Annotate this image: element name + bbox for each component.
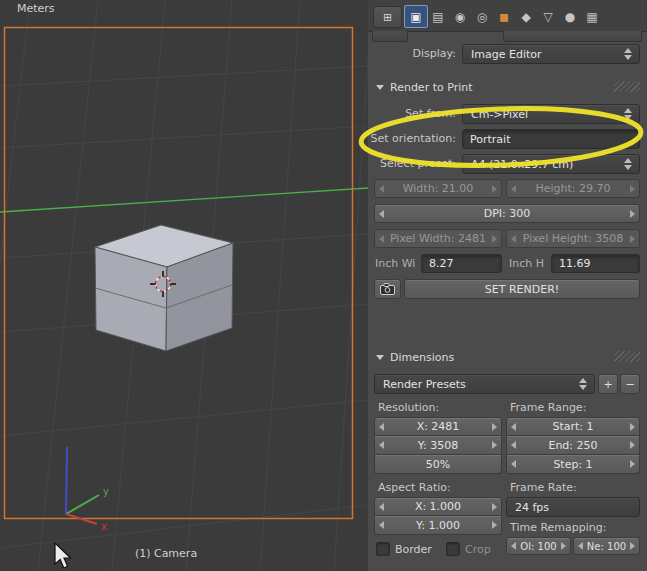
aspect-y-slider[interactable]: Y: 1.000 [374,516,502,535]
inch-width-value: 8.27 [429,257,454,270]
time-remapping-label: Time Remapping: [510,521,606,535]
dimensions-panel-header[interactable]: Dimensions [368,348,647,366]
decrement-arrow-icon[interactable] [511,423,516,431]
display-label: Display: [368,47,456,61]
print-width-value: Width: 21.00 [403,182,474,195]
dpi-value: DPI: 300 [484,207,531,220]
frame-rate-label: Frame Rate: [510,481,577,495]
increment-arrow-icon[interactable] [492,423,497,431]
viewport-unit-label: Meters [17,2,55,15]
decrement-arrow-icon[interactable] [511,460,516,468]
tab-object[interactable]: ◼ [492,5,516,28]
frame-start-slider[interactable]: Start: 1 [506,417,640,436]
crop-checkbox: Crop [446,542,491,556]
decrement-arrow-icon[interactable] [379,503,384,511]
display-mode-dropdown[interactable]: Image Editor [462,44,640,64]
panel-collapse-icon[interactable] [376,85,384,90]
increment-arrow-icon[interactable] [492,441,497,449]
increment-arrow-icon[interactable] [630,542,635,550]
editor-type-selector[interactable]: ⊞ [373,6,402,28]
frame-step-slider[interactable]: Step: 1 [506,455,640,474]
increment-arrow-icon [492,185,497,193]
set-from-label: Set from: [368,107,456,121]
decrement-arrow-icon[interactable] [379,441,384,449]
dropdown-arrows-icon [624,157,632,171]
panel-drag-grip[interactable] [614,351,640,362]
frame-range-label: Frame Range: [510,401,586,415]
tab-scene[interactable]: ◉ [448,5,472,28]
tab-object-data[interactable]: ▽ [536,5,560,28]
inch-width-field[interactable]: 8.27 [421,254,502,273]
tab-modifiers[interactable]: ◆ [514,5,538,28]
border-checkbox[interactable]: Border [376,542,432,556]
frame-end-slider[interactable]: End: 250 [506,436,640,455]
tab-render-layers[interactable]: ▤ [426,5,450,28]
resolution-y-value: Y: 3508 [418,439,458,452]
pixel-height-value: Pixel Height: 3508 [523,232,624,245]
camera-snapshot-button[interactable] [374,279,401,299]
decrement-arrow-icon[interactable] [578,542,583,550]
checkbox-icon [446,542,460,556]
camera-icon [380,283,395,295]
dropdown-arrows-icon [579,377,587,391]
decrement-arrow-icon[interactable] [379,521,384,529]
increment-arrow-icon[interactable] [630,441,635,449]
axis-x-label: x [101,521,107,532]
panel-drag-grip[interactable] [614,81,640,92]
decrement-arrow-icon[interactable] [379,210,384,218]
frame-rate-value: 24 fps [515,501,549,514]
set-orientation-field[interactable]: Portrait [462,129,640,149]
select-preset-dropdown[interactable]: A4 (21.0x29.7 cm) [462,154,640,174]
print-height-field: Height: 29.70 [506,179,640,198]
remove-preset-button[interactable]: − [620,374,640,394]
decrement-arrow-icon[interactable] [379,423,384,431]
3d-viewport[interactable]: y x [0,0,368,571]
dropdown-arrows-icon [624,107,632,121]
render-presets-value: Render Presets [383,378,466,391]
inch-height-field[interactable]: 11.69 [551,254,640,273]
increment-arrow-icon[interactable] [561,542,566,550]
time-remap-old-slider[interactable]: Ol: 100 [506,537,571,555]
scrolled-widget-fragment [503,31,642,42]
increment-arrow-icon[interactable] [630,423,635,431]
set-from-dropdown[interactable]: Cm->Pixel [462,104,640,124]
aspect-x-value: X: 1.000 [415,500,461,513]
increment-arrow-icon[interactable] [492,521,497,529]
set-from-value: Cm->Pixel [471,108,528,121]
border-checkbox-label: Border [395,543,432,556]
increment-arrow-icon[interactable] [492,503,497,511]
decrement-arrow-icon[interactable] [511,441,516,449]
inch-height-label: Inch H [509,257,549,271]
increment-arrow-icon[interactable] [630,460,635,468]
plus-icon: + [603,378,612,391]
tab-material[interactable]: ● [558,5,582,28]
tab-world[interactable]: ◎ [470,5,494,28]
set-render-button[interactable]: SET RENDER! [404,279,640,299]
print-width-field: Width: 21.00 [374,179,502,198]
decrement-arrow-icon[interactable] [511,542,516,550]
aspect-x-slider[interactable]: X: 1.000 [374,497,502,516]
increment-arrow-icon[interactable] [630,210,635,218]
frame-rate-dropdown[interactable]: 24 fps [506,497,640,517]
decrement-arrow-icon [379,185,384,193]
checkbox-icon[interactable] [376,542,390,556]
time-remap-new-slider[interactable]: Ne: 100 [573,537,640,555]
panel-collapse-icon[interactable] [376,355,384,360]
decrement-arrow-icon [511,185,516,193]
time-remap-old-value: Ol: 100 [520,541,556,552]
dpi-slider[interactable]: DPI: 300 [374,204,640,223]
render-presets-dropdown[interactable]: Render Presets [374,374,595,394]
resolution-y-slider[interactable]: Y: 3508 [374,436,502,455]
inch-width-label: Inch Wi [375,257,419,271]
resolution-percentage-slider[interactable]: 50% [374,455,502,474]
tab-texture[interactable]: ▦ [580,5,604,28]
resolution-percentage-value: 50% [426,458,450,471]
decrement-arrow-icon [379,235,384,243]
resolution-x-slider[interactable]: X: 2481 [374,417,502,436]
cube-object[interactable] [95,225,233,351]
add-preset-button[interactable]: + [598,374,618,394]
viewport-camera-label: (1) Camera [0,547,332,560]
tab-render[interactable]: ▣ [404,5,428,28]
render-to-print-panel-header[interactable]: Render to Print [368,78,647,96]
print-height-value: Height: 29.70 [535,182,610,195]
